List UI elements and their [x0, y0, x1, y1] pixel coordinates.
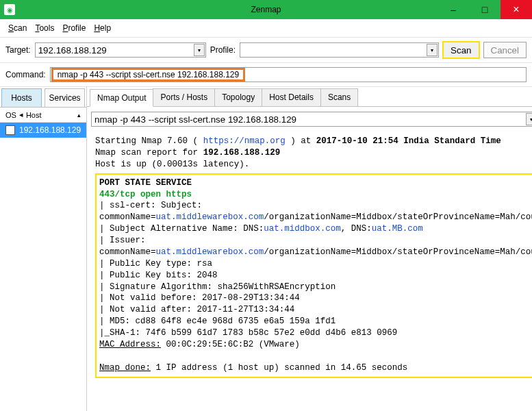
menubar: Scan Tools Profile Help [0, 19, 532, 38]
menu-help[interactable]: Help [91, 22, 114, 34]
left-panel: Hosts Services OS ◂ Host ▴ 192.168.188.1… [0, 87, 87, 411]
host-list-header[interactable]: OS ◂ Host ▴ [0, 108, 86, 123]
profile-input[interactable] [240, 42, 439, 58]
tab-hosts[interactable]: Hosts [1, 88, 42, 107]
col-col-icon: ◂ [19, 110, 23, 119]
minimize-button[interactable]: – [438, 0, 469, 19]
command-value: nmap -p 443 --script ssl-cert.nse 192.16… [53, 70, 243, 79]
maximize-button[interactable]: □ [469, 0, 501, 19]
sort-asc-icon[interactable]: ▴ [77, 112, 81, 119]
right-panel: Nmap Output Ports / Hosts Topology Host … [87, 87, 532, 411]
output-text: Starting Nmap 7.60 ( [95, 136, 203, 146]
command-input[interactable]: nmap -p 443 --script ssl-cert.nse 192.16… [50, 67, 527, 82]
host-column-label: Host [26, 111, 42, 119]
tab-scans[interactable]: Scans [320, 88, 358, 106]
target-label: Target: [5, 45, 31, 55]
window-title: Zenmap [251, 5, 281, 14]
chevron-down-icon[interactable]: ▾ [194, 44, 205, 56]
os-column-label: OS [5, 111, 16, 119]
cancel-button: Cancel [483, 42, 527, 58]
titlebar: ◉ Zenmap – □ × [0, 0, 532, 19]
tab-topology[interactable]: Topology [214, 88, 262, 106]
host-ip: 192.168.188.129 [19, 125, 81, 135]
scan-selector[interactable]: ▾ [91, 112, 532, 127]
app-icon: ◉ [4, 4, 15, 15]
chevron-down-icon[interactable]: ▾ [526, 113, 532, 125]
host-item[interactable]: 192.168.188.129 [0, 123, 86, 138]
scan-selector-bar: ▾ ≡≡ Details [87, 107, 532, 132]
profile-label: Profile: [210, 45, 236, 55]
menu-scan[interactable]: Scan [5, 22, 29, 34]
target-combo[interactable]: ▾ [35, 42, 206, 58]
profile-combo[interactable]: ▾ [240, 42, 439, 58]
host-os-icon [5, 125, 15, 135]
tab-host-details[interactable]: Host Details [262, 88, 321, 106]
toolbar: Target: ▾ Profile: ▾ Scan Cancel [0, 38, 532, 63]
output-tabs: Nmap Output Ports / Hosts Topology Host … [87, 88, 532, 107]
command-row: Command: nmap -p 443 --script ssl-cert.n… [0, 63, 532, 87]
scan-button[interactable]: Scan [443, 42, 479, 58]
target-input[interactable] [35, 42, 206, 58]
scan-selector-input[interactable] [91, 112, 532, 127]
tab-nmap-output[interactable]: Nmap Output [90, 89, 153, 107]
menu-profile[interactable]: Profile [60, 22, 88, 34]
tab-ports-hosts[interactable]: Ports / Hosts [153, 88, 215, 106]
host-list: 192.168.188.129 [0, 123, 86, 411]
chevron-down-icon[interactable]: ▾ [427, 44, 438, 56]
output-highlight-box: PORT STATE SERVICE 443/tcp open https | … [95, 173, 532, 378]
command-label: Command: [5, 70, 46, 79]
nmap-output[interactable]: Starting Nmap 7.60 ( https://nmap.org ) … [91, 132, 532, 408]
tab-services[interactable]: Services [45, 88, 85, 107]
nmap-url[interactable]: https://nmap.org [203, 136, 286, 146]
menu-tools[interactable]: Tools [32, 22, 57, 34]
close-button[interactable]: × [501, 0, 532, 19]
